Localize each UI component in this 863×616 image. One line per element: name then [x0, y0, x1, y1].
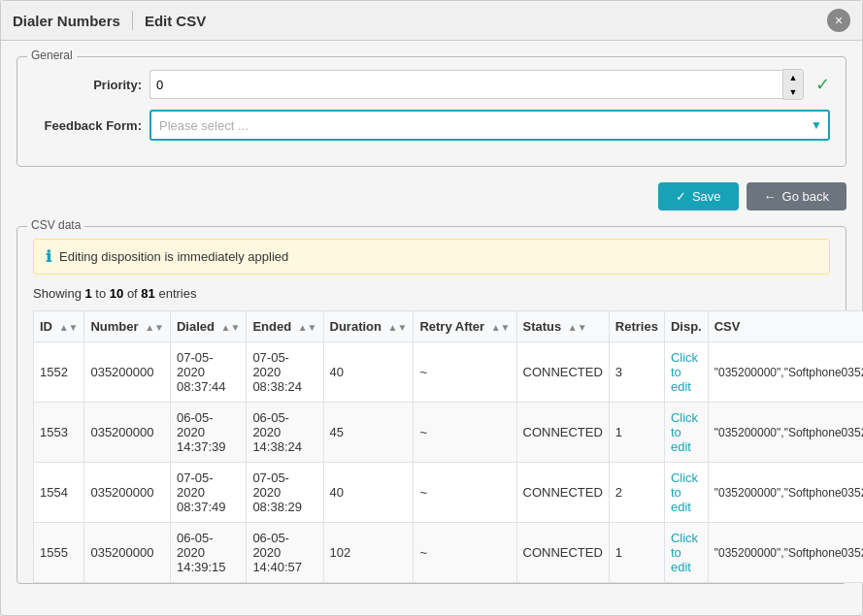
general-legend: General: [27, 49, 77, 62]
cell-retries: 1: [609, 523, 664, 583]
info-message: Editing disposition is immediately appli…: [59, 249, 288, 264]
cell-retries: 1: [609, 403, 664, 463]
col-duration: Duration ▲▼: [323, 311, 414, 342]
save-check-icon: ✓: [676, 189, 686, 204]
cell-csv: "035200000","Softphone03520: [708, 523, 863, 583]
dialed-sort-icon[interactable]: ▲▼: [221, 322, 241, 333]
cell-id: 1553: [34, 403, 84, 463]
table-row: 155303520000006-05-202014:37:3906-05-202…: [34, 403, 864, 463]
main-window: Dialer Numbers Edit CSV × General Priori…: [0, 0, 863, 616]
feedback-form-select[interactable]: Please select ...: [149, 110, 830, 141]
table-row: 155403520000007-05-202008:37:4907-05-202…: [34, 463, 864, 523]
cell-status: CONNECTED: [516, 463, 609, 523]
click-to-edit-link[interactable]: Clicktoedit: [671, 350, 698, 394]
breadcrumb-right: Edit CSV: [145, 13, 206, 29]
spinner-down-button[interactable]: ▼: [783, 84, 803, 99]
action-bar: ✓ Save ← Go back: [17, 182, 846, 211]
cell-status: CONNECTED: [516, 403, 609, 463]
col-disp: Disp.: [664, 311, 708, 342]
showing-to-word: to: [92, 286, 110, 301]
cell-duration: 40: [323, 342, 414, 403]
col-retry-after: Retry After ▲▼: [414, 311, 516, 342]
feedback-form-input-wrap: Please select ... ▼: [149, 110, 830, 141]
showing-from: 1: [84, 286, 91, 301]
cell-number: 035200000: [84, 523, 171, 583]
priority-spinner: ▲ ▼: [782, 69, 804, 100]
csv-legend: CSV data: [27, 218, 84, 232]
col-retries: Retries: [609, 311, 664, 342]
click-to-edit-link[interactable]: Clicktoedit: [671, 410, 698, 454]
table-row: 155203520000007-05-202008:37:4407-05-202…: [34, 342, 864, 403]
col-id: ID ▲▼: [34, 311, 84, 342]
close-button[interactable]: ×: [827, 9, 850, 32]
cell-dialed: 07-05-202008:37:44: [170, 342, 246, 403]
feedback-form-label: Feedback Form:: [33, 118, 149, 133]
showing-prefix: Showing: [33, 286, 84, 301]
cell-duration: 102: [323, 523, 414, 583]
status-sort-icon[interactable]: ▲▼: [568, 322, 587, 333]
save-label: Save: [692, 189, 721, 204]
col-ended: Ended ▲▼: [247, 311, 323, 342]
cell-dialed: 07-05-202008:37:49: [170, 463, 246, 523]
goback-arrow-icon: ←: [764, 189, 777, 204]
cell-dialed: 06-05-202014:39:15: [170, 523, 246, 583]
header-row: ID ▲▼ Number ▲▼ Dialed ▲▼ Ended ▲▼ Durat…: [34, 311, 864, 342]
title-separator: [132, 11, 133, 30]
cell-dialed: 06-05-202014:37:39: [170, 403, 246, 463]
cell-retry-after: ~: [414, 342, 516, 403]
feedback-form-row: Feedback Form: Please select ... ▼: [33, 110, 830, 141]
cell-ended: 06-05-202014:40:57: [247, 523, 323, 583]
feedback-select-wrap: Please select ... ▼: [149, 110, 830, 141]
save-button[interactable]: ✓ Save: [658, 182, 739, 211]
priority-input[interactable]: [149, 70, 782, 99]
id-sort-icon[interactable]: ▲▼: [59, 322, 79, 333]
cell-id: 1552: [34, 342, 84, 403]
duration-sort-icon[interactable]: ▲▼: [388, 322, 408, 333]
cell-number: 035200000: [84, 342, 171, 403]
showing-text: Showing 1 to 10 of 81 entries: [33, 286, 830, 301]
cell-retry-after: ~: [414, 463, 516, 523]
ended-sort-icon[interactable]: ▲▼: [298, 322, 317, 333]
cell-ended: 07-05-202008:38:29: [247, 463, 323, 523]
cell-retries: 3: [609, 342, 664, 403]
csv-table: ID ▲▼ Number ▲▼ Dialed ▲▼ Ended ▲▼ Durat…: [33, 310, 863, 583]
cell-disp[interactable]: Clicktoedit: [664, 342, 708, 403]
table-body: 155203520000007-05-202008:37:4407-05-202…: [34, 342, 864, 583]
cell-disp[interactable]: Clicktoedit: [664, 403, 708, 463]
cell-status: CONNECTED: [516, 342, 609, 403]
priority-row: Priority: ▲ ▼ ✓: [33, 69, 830, 100]
spinner-up-button[interactable]: ▲: [783, 70, 803, 84]
cell-retry-after: ~: [414, 403, 516, 463]
cell-id: 1554: [34, 463, 84, 523]
priority-label: Priority:: [33, 78, 149, 92]
cell-disp[interactable]: Clicktoedit: [664, 523, 708, 583]
click-to-edit-link[interactable]: Clicktoedit: [671, 470, 698, 514]
cell-disp[interactable]: Clicktoedit: [664, 463, 708, 523]
cell-number: 035200000: [84, 463, 171, 523]
cell-csv: "035200000","Softphone03520: [708, 463, 863, 523]
csv-data-section: CSV data ℹ Editing disposition is immedi…: [17, 226, 846, 584]
info-icon: ℹ: [46, 247, 51, 266]
cell-csv: "035200000","Softphone03520: [708, 403, 863, 463]
col-csv: CSV: [708, 311, 863, 342]
content-area: General Priority: ▲ ▼ ✓ Feedba: [1, 41, 862, 600]
priority-check-icon: ✓: [815, 74, 830, 95]
cell-ended: 06-05-202014:38:24: [247, 403, 323, 463]
priority-field-container: ▲ ▼: [149, 69, 804, 100]
number-sort-icon[interactable]: ▲▼: [145, 322, 164, 333]
cell-status: CONNECTED: [516, 523, 609, 583]
breadcrumb-left: Dialer Numbers: [13, 13, 120, 29]
table-row: 155503520000006-05-202014:39:1506-05-202…: [34, 523, 864, 583]
click-to-edit-link[interactable]: Clicktoedit: [671, 531, 698, 574]
priority-input-wrap: ▲ ▼ ✓: [149, 69, 830, 100]
go-back-button[interactable]: ← Go back: [747, 182, 846, 211]
retry-sort-icon[interactable]: ▲▼: [491, 322, 511, 333]
cell-duration: 40: [323, 463, 414, 523]
cell-retry-after: ~: [414, 523, 516, 583]
cell-retries: 2: [609, 463, 664, 523]
table-header: ID ▲▼ Number ▲▼ Dialed ▲▼ Ended ▲▼ Durat…: [34, 311, 864, 342]
showing-entries: entries: [155, 286, 197, 301]
showing-count: 10: [110, 286, 123, 301]
col-dialed: Dialed ▲▼: [170, 311, 246, 342]
cell-duration: 45: [323, 403, 414, 463]
